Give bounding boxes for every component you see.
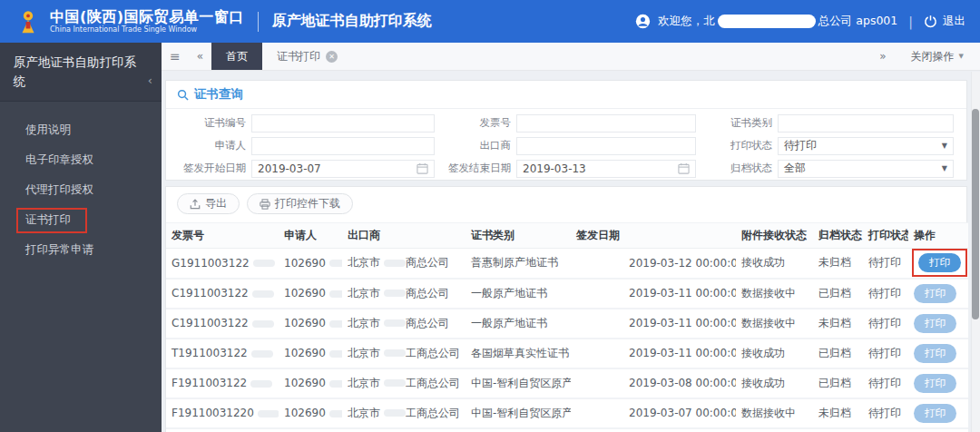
- close-operations-dropdown[interactable]: 关闭操作 ▼: [895, 43, 980, 70]
- exporter-input-field[interactable]: [523, 140, 690, 152]
- exporter-label: 出口商: [435, 139, 511, 152]
- welcome-company-text: 总公司 aps001: [818, 14, 897, 29]
- brand-title: 中国(陕西)国际贸易单一窗口: [50, 9, 244, 25]
- print-button[interactable]: 打印: [914, 344, 956, 363]
- redaction-blob: [250, 380, 272, 388]
- cert-type-input[interactable]: [778, 114, 954, 133]
- print-button[interactable]: 打印: [914, 314, 956, 333]
- brand-block: 中国(陕西)国际贸易单一窗口 China International Trade…: [50, 9, 244, 34]
- redaction-blob: [329, 290, 342, 298]
- chevron-down-icon: ▼: [942, 164, 947, 172]
- table-row[interactable]: T1911003122 102690 北京市工商总公司 各国烟草真实性证书 20…: [166, 339, 968, 368]
- export-icon: [190, 199, 201, 210]
- chevron-down-icon: ▼: [942, 142, 947, 150]
- sidebar-item-eseal-auth[interactable]: 电子印章授权: [0, 145, 162, 175]
- redaction-blob: [329, 350, 342, 358]
- app-window: 中国(陕西)国际贸易单一窗口 China International Trade…: [0, 0, 980, 432]
- top-header: 中国(陕西)国际贸易单一窗口 China International Trade…: [0, 0, 980, 43]
- print-button[interactable]: 打印: [914, 374, 956, 393]
- table-row[interactable]: X1911003122 102690 北京市工商总公司 中国-新加坡自贸区原产地…: [166, 428, 968, 432]
- col-applicant: 申请人: [279, 223, 342, 249]
- header-pipe-divider: |: [908, 15, 913, 29]
- cert-type-label: 证书类别: [696, 116, 772, 130]
- sidebar-menu: 使用说明 电子印章授权 代理打印授权 证书打印 打印异常申请: [0, 102, 162, 265]
- exporter-input[interactable]: [516, 137, 696, 155]
- logout-button[interactable]: 退出: [943, 14, 965, 29]
- end-date-input[interactable]: 2019-03-13: [516, 160, 696, 178]
- vertical-scrollbar-thumb[interactable]: [972, 109, 979, 319]
- tab-bar: ≡ « 首页 证书打印 ✕ » 关闭操作 ▼: [162, 43, 980, 71]
- welcome-text: 欢迎您，北: [658, 14, 715, 29]
- header-divider: [258, 12, 259, 32]
- calendar-icon[interactable]: [416, 162, 428, 174]
- sidebar-item-agent-print-auth[interactable]: 代理打印授权: [0, 175, 162, 205]
- col-attach-status: 附件接收状态: [736, 223, 813, 249]
- calendar-icon[interactable]: [678, 162, 690, 174]
- results-toolbar: 导出 打印控件下载: [166, 187, 966, 221]
- cert-type-input-field[interactable]: [784, 117, 947, 130]
- sidebar-collapse-icon[interactable]: ‹: [148, 72, 152, 90]
- table-header-row: 发票号 申请人 出口商 证书类别 签发日期 附件接收状态 归档状态 打印状态 操…: [166, 223, 968, 249]
- redaction-blob: [252, 320, 274, 328]
- power-icon: [924, 15, 937, 28]
- print-button[interactable]: 打印: [914, 284, 956, 303]
- user-icon: [635, 14, 651, 29]
- table-row[interactable]: C1911003122 102690 北京市商总公司 一般原产地证书 2019-…: [166, 309, 968, 339]
- invoice-no-input-field[interactable]: [523, 117, 690, 130]
- annotation-red-box: 证书打印: [16, 208, 87, 233]
- scroll-tabs-left-icon[interactable]: «: [189, 43, 211, 70]
- search-section-header: 证书查询: [166, 81, 966, 109]
- table-row[interactable]: F1911003122 102690 北京市工商总公司 中国-智利自贸区原产地证…: [166, 368, 968, 398]
- col-invoice-no: 发票号: [166, 223, 279, 249]
- tab-home[interactable]: 首页: [211, 43, 262, 70]
- export-button[interactable]: 导出: [177, 193, 240, 214]
- col-exporter: 出口商: [342, 223, 466, 249]
- archive-status-select[interactable]: 全部 ▼: [778, 160, 954, 178]
- redaction-blob: [718, 15, 816, 28]
- start-date-input[interactable]: 2019-03-07: [251, 160, 435, 178]
- print-status-select[interactable]: 待打印 ▼: [778, 137, 954, 155]
- redaction-blob: [384, 409, 406, 417]
- page-title: 原产地证书自助打印系统: [272, 12, 432, 31]
- table-row[interactable]: F19110031220 102690 北京市工商总公司 中国-智利自贸区原产地…: [166, 398, 968, 428]
- redaction-blob: [329, 320, 342, 328]
- cert-no-input[interactable]: [251, 114, 435, 133]
- start-date-label: 签发开始日期: [170, 162, 246, 175]
- redaction-blob: [384, 319, 406, 327]
- tab-bar-right: » 关闭操作 ▼: [871, 43, 980, 70]
- tab-close-icon[interactable]: ✕: [326, 51, 338, 63]
- print-button[interactable]: 打印: [918, 253, 961, 272]
- cert-no-input-field[interactable]: [258, 117, 428, 130]
- col-print-status: 打印状态: [863, 223, 908, 249]
- redaction-blob: [329, 410, 342, 417]
- scroll-tabs-right-icon[interactable]: »: [871, 50, 894, 63]
- hamburger-menu-icon[interactable]: ≡: [162, 43, 189, 70]
- cert-no-label: 证书编号: [170, 116, 246, 130]
- table-row[interactable]: C1911003122 102690 北京市商总公司 一般原产地证书 2019-…: [166, 279, 968, 309]
- sidebar-item-usage-notes[interactable]: 使用说明: [0, 115, 162, 145]
- applicant-input-field[interactable]: [258, 140, 428, 152]
- invoice-no-input[interactable]: [516, 114, 696, 133]
- redaction-blob: [384, 349, 406, 357]
- redaction-blob: [329, 380, 342, 388]
- col-actions: 操作: [908, 223, 968, 249]
- redaction-blob: [329, 260, 342, 267]
- redaction-blob: [258, 410, 279, 417]
- redaction-blob: [252, 290, 274, 298]
- print-button[interactable]: 打印: [914, 404, 956, 423]
- tab-cert-print[interactable]: 证书打印 ✕: [262, 43, 352, 70]
- sidebar-item-cert-print[interactable]: 证书打印: [0, 205, 162, 235]
- print-control-download-button[interactable]: 打印控件下载: [247, 193, 353, 214]
- sidebar: 原产地证书自助打印系统 ‹ 使用说明 电子印章授权 代理打印授权 证书打印 打印…: [0, 43, 162, 432]
- col-issue-date: 签发日期: [571, 223, 736, 249]
- archive-status-label: 归档状态: [696, 162, 772, 175]
- printer-icon: [260, 199, 270, 210]
- sidebar-item-print-exception[interactable]: 打印异常申请: [0, 235, 162, 265]
- applicant-input[interactable]: [251, 137, 435, 155]
- redaction-blob: [384, 379, 406, 387]
- redaction-blob: [384, 260, 406, 267]
- print-status-label: 打印状态: [696, 139, 772, 152]
- chevron-down-icon: ▼: [959, 53, 964, 60]
- table-row[interactable]: G1911003122 102690 北京市商总公司 普惠制原产地证书 2019…: [166, 249, 968, 279]
- col-archive-status: 归档状态: [813, 223, 863, 249]
